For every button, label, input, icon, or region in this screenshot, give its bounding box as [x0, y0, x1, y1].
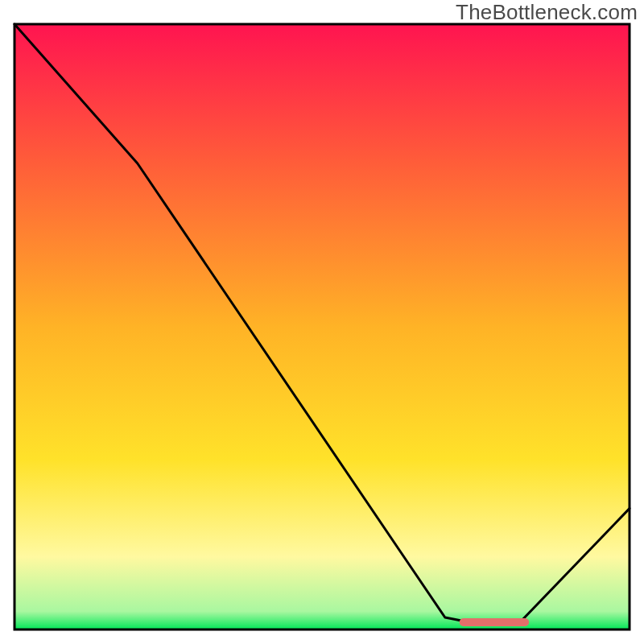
gradient-background — [14, 24, 630, 630]
watermark-text: TheBottleneck.com — [456, 0, 638, 25]
chart-container: TheBottleneck.com — [0, 0, 644, 644]
plot-area — [14, 24, 630, 630]
bottleneck-chart — [0, 0, 644, 644]
